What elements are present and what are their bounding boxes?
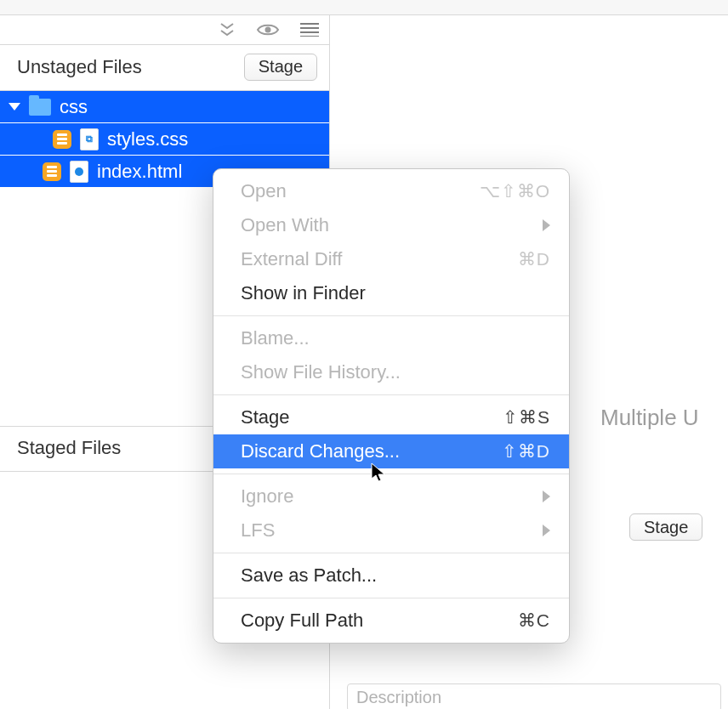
eye-icon[interactable]: [256, 22, 280, 37]
tree-folder-row[interactable]: css: [0, 91, 329, 123]
menu-open[interactable]: Open ⌥⇧⌘O: [213, 174, 569, 208]
disclosure-triangle-icon[interactable]: [9, 103, 20, 111]
tree-file-label: styles.css: [107, 128, 188, 150]
commit-description-input[interactable]: Description: [347, 683, 721, 709]
stage-button-right-label: Stage: [644, 518, 688, 537]
menu-lfs[interactable]: LFS: [213, 513, 569, 547]
menu-label: Open: [241, 180, 287, 202]
menu-separator: [213, 394, 569, 395]
menu-copy-full-path[interactable]: Copy Full Path ⌘C: [213, 604, 569, 638]
stage-button-label: Stage: [259, 57, 303, 77]
tree-file-label: index.html: [97, 161, 182, 183]
menu-separator: [213, 553, 569, 553]
staged-title: Staged Files: [17, 437, 121, 459]
svg-point-0: [265, 27, 271, 33]
menu-shortcut: ⌥⇧⌘O: [480, 181, 550, 201]
submenu-arrow-icon: [543, 219, 550, 231]
menu-shortcut: ⌘D: [518, 249, 550, 269]
menu-open-with[interactable]: Open With: [213, 208, 569, 242]
submenu-arrow-icon: [543, 525, 550, 536]
menu-shortcut: ⌘C: [518, 610, 550, 631]
menu-separator: [213, 474, 569, 474]
menu-label: External Diff: [241, 248, 342, 270]
modified-badge-icon: [43, 162, 61, 181]
file-icon: ⧉: [80, 128, 99, 150]
folder-icon: [29, 99, 51, 116]
list-icon[interactable]: [300, 23, 319, 37]
unstaged-header: Unstaged Files Stage: [0, 45, 329, 91]
submenu-arrow-icon: [543, 491, 550, 502]
menu-label: Blame...: [241, 327, 310, 349]
menu-label: Show File History...: [241, 361, 401, 383]
menu-label: Copy Full Path: [241, 610, 363, 632]
commit-description-placeholder: Description: [356, 688, 441, 706]
menu-save-as-patch[interactable]: Save as Patch...: [213, 559, 569, 593]
tree-folder-label: css: [60, 96, 88, 118]
double-chevron-down-icon[interactable]: [219, 22, 236, 37]
menu-blame[interactable]: Blame...: [213, 321, 569, 355]
menu-label: Open With: [241, 214, 329, 236]
stage-button-right[interactable]: Stage: [629, 513, 702, 541]
menu-discard-changes[interactable]: Discard Changes... ⇧⌘D: [213, 434, 569, 468]
stage-button[interactable]: Stage: [244, 54, 317, 81]
tree-file-row[interactable]: ⧉ styles.css: [0, 123, 329, 156]
menu-label: Stage: [241, 406, 290, 428]
menu-separator: [213, 315, 569, 316]
modified-badge-icon: [53, 130, 71, 149]
menu-label: Show in Finder: [241, 282, 366, 304]
window-titlebar-strip: [0, 0, 728, 15]
menu-shortcut: ⇧⌘D: [502, 441, 550, 462]
menu-label: Ignore: [241, 485, 293, 508]
menu-label: Discard Changes...: [241, 440, 400, 462]
menu-label: LFS: [241, 519, 275, 542]
context-menu: Open ⌥⇧⌘O Open With External Diff ⌘D Sho…: [213, 168, 570, 644]
panel-toolbar: [0, 15, 329, 45]
menu-separator: [213, 598, 569, 598]
menu-external-diff[interactable]: External Diff ⌘D: [213, 242, 569, 276]
menu-label: Save as Patch...: [241, 564, 377, 587]
unstaged-title: Unstaged Files: [17, 56, 142, 78]
menu-ignore[interactable]: Ignore: [213, 479, 569, 513]
menu-shortcut: ⇧⌘S: [503, 407, 550, 428]
multiple-selection-label: Multiple U: [600, 405, 699, 431]
menu-stage[interactable]: Stage ⇧⌘S: [213, 400, 569, 434]
menu-show-in-finder[interactable]: Show in Finder: [213, 276, 569, 310]
file-icon: [70, 161, 88, 183]
menu-show-file-history[interactable]: Show File History...: [213, 355, 569, 389]
